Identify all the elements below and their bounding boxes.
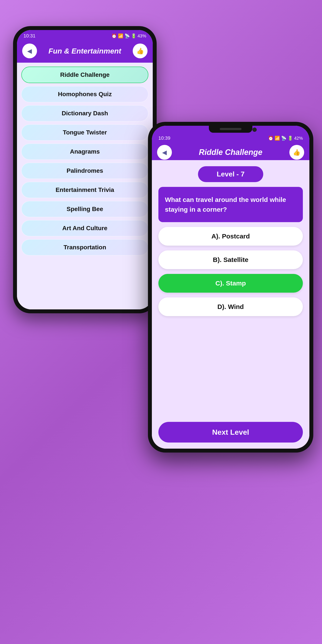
menu-item-dictionary-dash[interactable]: Dictionary Dash: [21, 105, 148, 122]
phone-front-like-button[interactable]: 👍: [289, 145, 304, 160]
answer-a-button[interactable]: A). Postcard: [158, 227, 303, 246]
phone-front-time: 10:39: [158, 135, 170, 141]
menu-item-riddle-challenge[interactable]: Riddle Challenge: [21, 66, 148, 83]
menu-item-transportation[interactable]: Transportation: [21, 239, 148, 256]
quiz-content: Level - 7 What can travel around the wor…: [152, 160, 310, 448]
phone-back-menu-list: Riddle Challenge Homophones Quiz Diction…: [17, 63, 153, 310]
menu-item-tongue-twister[interactable]: Tongue Twister: [21, 124, 148, 140]
phone-back-back-button[interactable]: ◀: [22, 44, 37, 58]
menu-item-palindromes[interactable]: Palindromes: [21, 163, 148, 179]
menu-item-homophones-quiz[interactable]: Homophones Quiz: [21, 86, 148, 102]
like-icon: 👍: [136, 48, 144, 54]
phone-back-screen: 10:31 ⏰ 📶 📡 🔋 43% ◀ Fun & Entertainment …: [17, 30, 153, 310]
phone-front-back-button[interactable]: ◀: [157, 145, 172, 160]
phone-back-time: 10:31: [24, 33, 36, 39]
phone-front-title: Riddle Challenge: [199, 148, 262, 157]
phone-camera: [252, 128, 257, 132]
back-arrow-icon: ◀: [27, 48, 32, 54]
menu-item-spelling-bee[interactable]: Spelling Bee: [21, 201, 148, 217]
phone-back-header: ◀ Fun & Entertainment 👍: [17, 40, 153, 63]
phone-front-screen: 10:39 ⏰ 📶 📡 🔋 42% ◀ Riddle Challenge 👍: [152, 126, 310, 448]
like-icon-front: 👍: [293, 149, 300, 156]
question-box: What can travel around the world while s…: [158, 187, 303, 222]
answer-d-button[interactable]: D). Wind: [158, 298, 303, 316]
phone-speaker: [220, 128, 242, 130]
menu-item-entertainment[interactable]: Entertainment Trivia: [21, 182, 148, 198]
phone-front: 10:39 ⏰ 📶 📡 🔋 42% ◀ Riddle Challenge 👍: [148, 122, 313, 452]
phone-front-status-icons: ⏰ 📶 📡 🔋 42%: [268, 136, 303, 141]
next-level-button[interactable]: Next Level: [158, 422, 303, 442]
menu-item-anagrams[interactable]: Anagrams: [21, 144, 148, 160]
phone-back-title: Fun & Entertainment: [48, 47, 121, 55]
phone-back-status-icons: ⏰ 📶 📡 🔋 43%: [112, 33, 146, 38]
phone-back: 10:31 ⏰ 📶 📡 🔋 43% ◀ Fun & Entertainment …: [13, 26, 157, 313]
level-badge: Level - 7: [198, 166, 263, 182]
answer-b-button[interactable]: B). Satellite: [158, 250, 303, 269]
menu-item-art-culture[interactable]: Art And Culture: [21, 220, 148, 236]
answer-c-button[interactable]: C). Stamp: [158, 274, 303, 293]
back-arrow-icon-front: ◀: [162, 149, 167, 156]
phone-back-like-button[interactable]: 👍: [133, 44, 148, 58]
phone-back-status-bar: 10:31 ⏰ 📶 📡 🔋 43%: [17, 30, 153, 40]
